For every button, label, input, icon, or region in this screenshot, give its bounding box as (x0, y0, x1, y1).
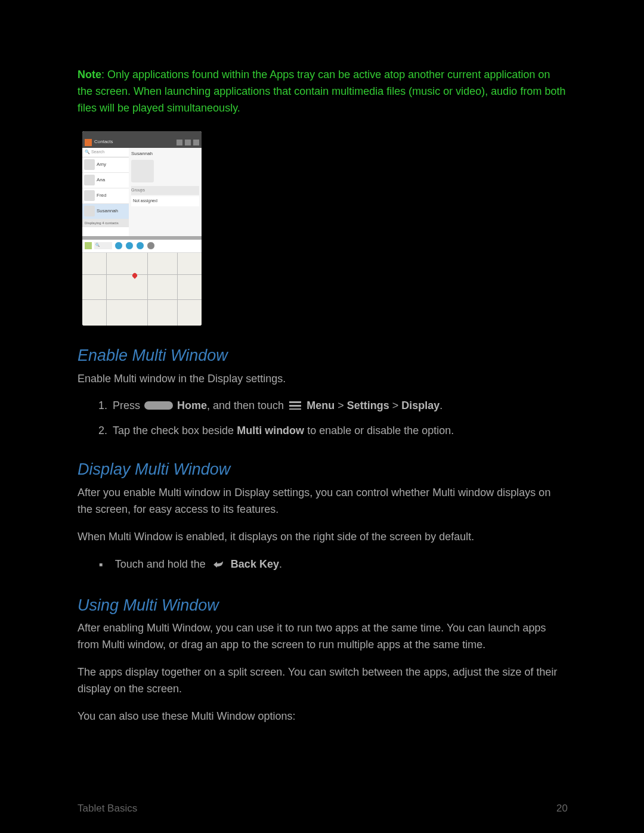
home-button-icon (144, 401, 173, 410)
using-heading: Using Multi Window (78, 593, 568, 618)
contact-avatar (131, 160, 154, 182)
edit-icon (185, 140, 191, 145)
multiwindow-screenshot: Contacts 🔍 Search Amy Ana Fred Susannah … (82, 131, 202, 326)
back-key-icon (211, 559, 225, 575)
enable-step-2: Tap the check box beside Multi window to… (110, 423, 568, 439)
maps-app-icon (85, 242, 92, 249)
display-heading: Display Multi Window (78, 457, 568, 482)
display-p1: After you enable Multi window in Display… (78, 485, 568, 518)
display-p2: When Multi Window is enabled, it display… (78, 529, 568, 546)
contacts-count: Displaying 4 contacts (82, 219, 129, 227)
delete-icon (193, 140, 199, 145)
add-contact-icon (177, 140, 182, 145)
display-bullets: Touch and hold the Back Key. (78, 556, 568, 575)
map-pin-icon (131, 272, 138, 278)
screenshot-header: Contacts (94, 138, 174, 145)
contact-row: Amy (97, 161, 106, 168)
footer-page-number: 20 (556, 801, 568, 816)
contact-row: Fred (97, 192, 106, 199)
page-footer: Tablet Basics 20 (78, 801, 568, 816)
switch-windows-icon (114, 241, 123, 250)
enable-step-1: Press Home, and then touch Menu > Settin… (110, 398, 568, 414)
selected-contact-name: Susannah (131, 150, 199, 157)
contact-row: Susannah (97, 208, 118, 215)
using-p2: The apps display together on a split scr… (78, 664, 568, 698)
map-view (82, 253, 202, 326)
groups-value: Not assigned (131, 196, 199, 206)
note-paragraph: Note: Only applications found within the… (78, 67, 568, 117)
enable-steps: Press Home, and then touch Menu > Settin… (78, 398, 568, 439)
enable-intro: Enable Multi window in the Display setti… (78, 371, 568, 388)
menu-icon (289, 401, 301, 410)
close-app-icon (147, 241, 155, 250)
maps-search: 🔍 (94, 242, 112, 249)
note-text: : Only applications found within the App… (78, 69, 565, 114)
contacts-search: 🔍 Search (82, 148, 129, 157)
maximize-icon (136, 241, 144, 250)
footer-section: Tablet Basics (78, 801, 137, 816)
contact-row: Ana (97, 176, 105, 184)
using-p3: You can also use these Multi Window opti… (78, 708, 568, 725)
display-bullet-1: Touch and hold the Back Key. (99, 556, 568, 575)
note-label: Note (78, 69, 101, 80)
enable-heading: Enable Multi Window (78, 343, 568, 368)
contacts-app-icon (85, 139, 92, 146)
groups-heading: Groups (131, 186, 199, 195)
using-p1: After enabling Multi Window, you can use… (78, 620, 568, 654)
drag-apps-icon (125, 241, 134, 250)
